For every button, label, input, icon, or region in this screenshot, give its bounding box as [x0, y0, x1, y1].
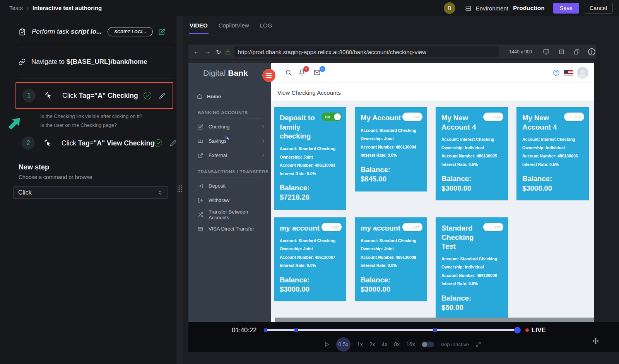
- account-detail: Account: Standard Checking: [280, 145, 340, 153]
- play-icon[interactable]: [324, 342, 330, 347]
- script-logic-button[interactable]: SCRIPT LOGI...: [108, 27, 153, 36]
- account-toggle[interactable]: OFF: [402, 223, 422, 231]
- app-topbar: Tests › Interactive test authoring B Env…: [0, 0, 619, 16]
- chevron-right-icon: [261, 125, 265, 129]
- save-button[interactable]: Save: [553, 3, 579, 14]
- account-detail: Ownership: Individual: [441, 263, 502, 272]
- bank-user-avatar[interactable]: [577, 67, 588, 79]
- skip-inactive-toggle[interactable]: [422, 342, 434, 347]
- bank-logo[interactable]: Digital Bank: [188, 63, 271, 83]
- help-icon[interactable]: [553, 69, 560, 76]
- tab-video[interactable]: VIDEO: [190, 22, 208, 29]
- cancel-button[interactable]: Cancel: [584, 3, 613, 14]
- speed-4x[interactable]: 4x: [382, 341, 388, 347]
- speed-2x[interactable]: 2x: [369, 341, 375, 347]
- timeline-scrubber[interactable]: [265, 329, 520, 331]
- assertion-question: Is the Checking link visible after click…: [40, 112, 142, 121]
- move-handle-icon[interactable]: [592, 338, 599, 344]
- account-detail: Account Number: 486130006: [522, 152, 583, 161]
- window-maximize-icon[interactable]: [559, 49, 564, 55]
- bank-nav-item[interactable]: VISA Direct Transfer: [188, 222, 271, 236]
- account-toggle[interactable]: OFF: [321, 223, 342, 231]
- step-number: 1: [22, 89, 36, 102]
- breadcrumb-tests-link[interactable]: Tests: [9, 5, 23, 11]
- bank-nav-item[interactable]: Withdraw: [188, 193, 271, 207]
- tab-copilotview[interactable]: CopilotView: [219, 22, 249, 29]
- timeline-step-marker[interactable]: [264, 328, 267, 332]
- scrollbar-thumb[interactable]: [275, 318, 594, 322]
- account-card: my account OFF Account: Standard Checkin…: [274, 217, 346, 302]
- playhead[interactable]: [514, 327, 521, 333]
- bank-nav-item[interactable]: External: [188, 148, 271, 162]
- account-detail: Ownership: Joint: [361, 135, 421, 143]
- account-detail: Account Number: 486130009: [441, 272, 502, 280]
- command-dropdown[interactable]: Click: [13, 186, 168, 199]
- timeline-step-marker[interactable]: [433, 328, 437, 332]
- forward-icon[interactable]: →: [205, 48, 211, 55]
- fullscreen-icon[interactable]: [475, 342, 481, 347]
- info-icon[interactable]: [588, 48, 596, 56]
- step-2-click-view-checking[interactable]: 2 Click Tag="A" View Checking: [15, 132, 173, 154]
- divider: [19, 79, 173, 79]
- edit-step-icon[interactable]: [159, 92, 166, 99]
- url-bar[interactable]: http://prod.dbank.staging-apps.relicx.ai…: [234, 46, 499, 57]
- panel-resize-divider[interactable]: [176, 16, 183, 364]
- account-toggle[interactable]: OFF: [483, 113, 503, 121]
- account-toggle[interactable]: OFF: [564, 113, 584, 121]
- external-icon: [198, 153, 203, 158]
- bank-nav-home[interactable]: Home: [188, 89, 271, 103]
- language-flag-icon[interactable]: [564, 70, 573, 75]
- account-balance: Balance: $3000.00: [361, 275, 421, 294]
- link-icon: [19, 58, 26, 65]
- edit-step-icon[interactable]: [170, 140, 176, 147]
- breadcrumb: Tests › Interactive test authoring: [9, 5, 102, 11]
- timeline-step-marker[interactable]: [294, 328, 298, 332]
- account-detail: Account Number: 486130007: [280, 253, 340, 262]
- browser-chrome: ← → ↻ http://prod.dbank.staging-apps.rel…: [188, 44, 596, 59]
- click-cursor-icon: [45, 92, 53, 100]
- speed-0.5x[interactable]: 0.5x: [336, 337, 351, 352]
- horizontal-scrollbar[interactable]: [271, 318, 594, 322]
- account-balance: Balance: $845.00: [361, 165, 421, 184]
- speed-8x[interactable]: 8x: [394, 341, 400, 347]
- account-detail: Ownership: Joint: [280, 153, 340, 162]
- account-toggle[interactable]: OFF: [483, 223, 503, 231]
- edit-script-icon[interactable]: [159, 29, 165, 35]
- speed-1x[interactable]: 1x: [357, 341, 363, 347]
- account-toggle[interactable]: ON: [321, 113, 342, 121]
- drag-handle-icon[interactable]: [177, 185, 182, 192]
- test-steps-panel: Perform task script lo... SCRIPT LOGI...…: [0, 16, 176, 364]
- live-label: LIVE: [532, 326, 546, 334]
- speed-16x[interactable]: 16x: [406, 341, 415, 347]
- account-detail: Interest Rate: 0.0%: [361, 261, 421, 270]
- task-step-text: Perform task script lo...: [32, 28, 102, 36]
- reload-icon[interactable]: ↻: [216, 48, 221, 56]
- environment-label: Environment: [476, 5, 508, 12]
- monitor-icon[interactable]: [543, 49, 549, 55]
- account-balance: Balance: $3000.00: [280, 275, 340, 294]
- command-dropdown-value: Click: [18, 189, 157, 196]
- step-1-click-checking[interactable]: 1 Click Tag="A" Checking: [15, 82, 173, 109]
- bank-nav-item[interactable]: Savings: [188, 134, 271, 148]
- bank-nav-item[interactable]: Checking: [188, 120, 271, 134]
- sidebar-toggle-button[interactable]: [262, 69, 275, 82]
- account-detail: Account: Standard Checking: [280, 237, 340, 245]
- bank-nav-item[interactable]: Transfer Between Accounts: [188, 207, 271, 222]
- step-perform-task[interactable]: Perform task script lo... SCRIPT LOGI...: [19, 23, 172, 40]
- bank-nav-item[interactable]: Deposit: [188, 179, 271, 193]
- search-icon[interactable]: [285, 69, 292, 76]
- tab-log[interactable]: LOG: [260, 22, 272, 29]
- user-avatar[interactable]: B: [444, 2, 455, 14]
- step-navigate[interactable]: Navigate to ${BASE_URL}/bank/home: [19, 53, 172, 70]
- unlock-icon: [225, 49, 231, 55]
- logout-icon: [198, 198, 203, 203]
- account-detail: Interest Rate: 0.0%: [361, 151, 421, 160]
- test-authoring-app: Tests › Interactive test authoring B Env…: [0, 0, 619, 364]
- account-detail: Interest Rate: 0.0%: [280, 261, 340, 270]
- account-detail: Account Number: 486130008: [361, 253, 421, 262]
- messages-badge: 0: [320, 66, 325, 72]
- back-icon[interactable]: ←: [193, 48, 200, 55]
- environment-value[interactable]: Production: [513, 5, 545, 12]
- account-toggle[interactable]: OFF: [402, 113, 422, 121]
- window-restore-icon[interactable]: [574, 49, 580, 55]
